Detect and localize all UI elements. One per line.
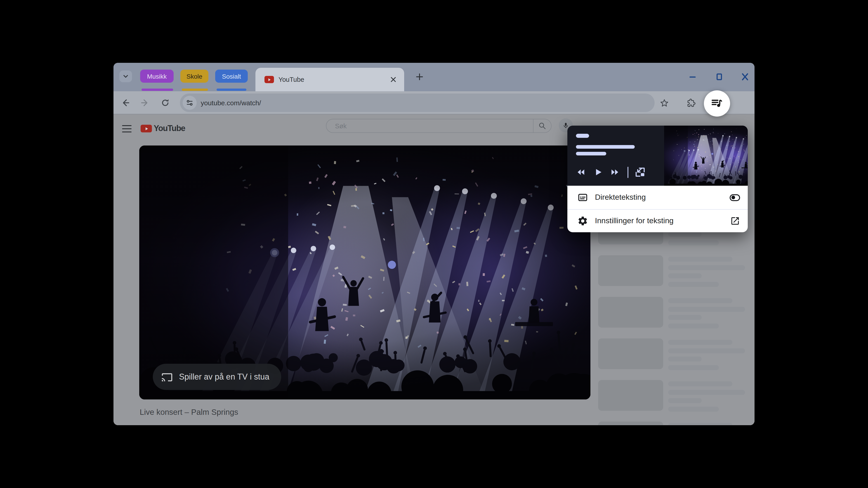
hamburger-icon (122, 125, 131, 133)
skeleton-text-line (668, 423, 733, 425)
queue-music-icon (711, 97, 723, 110)
skeleton-text-line (668, 348, 745, 353)
skeleton-thumbnail (598, 380, 663, 411)
concert-video-frame (139, 145, 590, 399)
plus-icon (415, 73, 424, 81)
skeleton-text-line (668, 240, 719, 245)
search-button[interactable] (533, 119, 551, 132)
back-button[interactable] (121, 98, 130, 107)
open-in-new-icon[interactable] (730, 216, 740, 226)
controls-divider (627, 166, 628, 178)
reload-button[interactable] (160, 98, 170, 107)
media-source-placeholder (576, 134, 589, 138)
magnifier-icon (538, 122, 546, 130)
youtube-icon (265, 76, 274, 83)
tab-close-icon[interactable] (390, 76, 397, 83)
media-title-placeholder (576, 145, 635, 149)
skeleton-thumbnail (598, 338, 663, 369)
search-input[interactable] (327, 119, 533, 132)
chevron-down-icon (123, 73, 129, 79)
new-tab-button[interactable] (415, 73, 424, 81)
star-icon (659, 98, 669, 107)
caption-settings-label: Innstillinger for teksting (595, 217, 730, 225)
tab-group-sosialt[interactable]: Sosialt (215, 70, 248, 83)
url-text: youtube.com/watch/ (201, 94, 261, 112)
media-thumbnail (664, 126, 748, 186)
concert-thumbnail (664, 126, 748, 186)
skeleton-text-line (668, 232, 702, 237)
skeleton-text-line (668, 365, 719, 370)
caption-settings-row[interactable]: Innstillinger for teksting (567, 209, 748, 232)
youtube-wordmark: YouTube (154, 124, 185, 133)
youtube-play-icon (141, 125, 152, 132)
tab-group-skole[interactable]: Skole (180, 70, 209, 83)
puzzle-icon (687, 98, 696, 107)
skeleton-text-line (668, 257, 733, 262)
browser-window: Musikk Skole Sosialt YouTube (114, 63, 754, 425)
rewind-icon[interactable] (576, 167, 586, 177)
cast-status-overlay[interactable]: Spiller av på en TV i stua (153, 364, 281, 390)
address-bar[interactable]: youtube.com/watch/ (180, 94, 655, 112)
forward-button[interactable] (140, 98, 150, 107)
skeleton-text-line (668, 265, 745, 270)
skeleton-text-line (668, 306, 745, 312)
tab-youtube[interactable]: YouTube (255, 68, 404, 91)
tab-group-underline-sosialt (217, 89, 246, 91)
tab-strip: Musikk Skole Sosialt YouTube (114, 63, 754, 91)
skeleton-thumbnail (598, 297, 663, 328)
browser-toolbar: youtube.com/watch/ (114, 91, 754, 114)
skeleton-thumbnail (598, 422, 663, 425)
media-controls-popup: Direkteteksting Innstillinger for teksti… (567, 126, 748, 232)
media-controls-toolbar-button[interactable] (704, 90, 730, 117)
skeleton-text-line (668, 315, 702, 320)
skeleton-text-line (668, 357, 702, 361)
screen: Musikk Skole Sosialt YouTube (0, 0, 868, 488)
tab-title: YouTube (278, 68, 304, 91)
skeleton-text-line (668, 390, 745, 395)
youtube-logo[interactable]: YouTube (141, 124, 185, 133)
live-caption-row[interactable]: Direkteteksting (567, 186, 748, 209)
tab-overflow-button[interactable] (119, 70, 132, 82)
video-title: Live konsert – Palm Springs (140, 408, 238, 417)
skeleton-text-line (668, 282, 719, 287)
extensions-button[interactable] (687, 98, 696, 107)
tab-group-underline-skole (182, 89, 208, 91)
tab-group-label: Musikk (147, 72, 166, 80)
minimize-button[interactable] (688, 73, 697, 81)
menu-button[interactable] (122, 125, 131, 133)
skeleton-text-line (668, 323, 719, 328)
cast-icon (161, 371, 173, 383)
window-controls (682, 63, 754, 91)
skeleton-text-line (668, 298, 733, 303)
tab-group-label: Skole (186, 72, 202, 80)
skeleton-text-line (668, 398, 702, 403)
pip-icon[interactable] (634, 166, 646, 178)
skeleton-text-line (668, 340, 733, 345)
site-controls-button[interactable] (183, 96, 197, 110)
tune-icon (186, 99, 193, 107)
media-playback-controls (567, 164, 646, 180)
live-caption-label: Direkteteksting (595, 193, 730, 202)
bookmark-star-button[interactable] (659, 98, 669, 107)
video-player[interactable]: Spiller av på en TV i stua (139, 145, 590, 399)
media-artist-placeholder (576, 152, 606, 155)
cast-status-text: Spiller av på en TV i stua (179, 372, 270, 382)
live-caption-toggle[interactable] (730, 194, 740, 201)
gear-icon (577, 216, 588, 226)
tab-group-label: Sosialt (222, 72, 241, 80)
search-bar (326, 119, 552, 133)
tab-group-underline-musikk (142, 89, 173, 91)
play-icon[interactable] (593, 167, 603, 177)
skeleton-thumbnail (598, 255, 663, 286)
tab-group-musikk[interactable]: Musikk (140, 70, 174, 83)
captions-icon (577, 192, 588, 203)
skeleton-text-line (668, 273, 702, 278)
toggle-knob (731, 196, 735, 199)
skeleton-text-line (668, 381, 733, 386)
media-session-card[interactable] (567, 126, 748, 186)
maximize-button[interactable] (715, 73, 723, 81)
close-window-button[interactable] (741, 73, 749, 81)
fast-forward-icon[interactable] (610, 167, 620, 177)
skeleton-text-line (668, 406, 719, 412)
